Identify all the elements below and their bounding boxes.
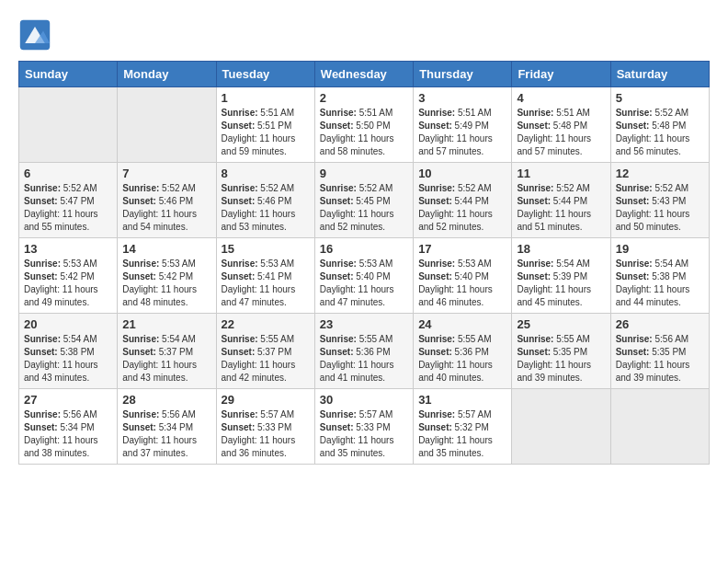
cell-content: Sunrise: 5:54 AMSunset: 5:38 PMDaylight:… [24, 333, 112, 385]
calendar-cell: 2Sunrise: 5:51 AMSunset: 5:50 PMDaylight… [314, 87, 413, 163]
daylight-label: Daylight: 11 hours and 50 minutes. [616, 209, 690, 232]
sunrise-label: Sunrise: 5:54 AM [517, 259, 589, 269]
calendar-row: 27Sunrise: 5:56 AMSunset: 5:34 PMDayligh… [19, 389, 710, 465]
cell-content: Sunrise: 5:51 AMSunset: 5:49 PMDaylight:… [418, 107, 506, 158]
daylight-label: Daylight: 11 hours and 36 minutes. [222, 435, 296, 458]
day-number: 21 [122, 317, 210, 331]
sunset-label: Sunset: 5:35 PM [517, 347, 587, 357]
sunset-label: Sunset: 5:34 PM [24, 422, 95, 432]
daylight-label: Daylight: 11 hours and 47 minutes. [222, 284, 296, 307]
sunrise-label: Sunrise: 5:52 AM [320, 183, 392, 193]
sunrise-label: Sunrise: 5:52 AM [418, 183, 491, 193]
daylight-label: Daylight: 11 hours and 42 minutes. [222, 360, 296, 383]
day-number: 6 [24, 167, 112, 180]
calendar-cell: 30Sunrise: 5:57 AMSunset: 5:33 PMDayligh… [314, 389, 413, 465]
logo-icon [18, 18, 51, 52]
sunrise-label: Sunrise: 5:53 AM [320, 259, 392, 269]
cell-content: Sunrise: 5:53 AMSunset: 5:42 PMDaylight:… [122, 258, 210, 309]
sunset-label: Sunset: 5:49 PM [418, 121, 489, 131]
daylight-label: Daylight: 11 hours and 35 minutes. [418, 435, 493, 458]
daylight-label: Daylight: 11 hours and 44 minutes. [616, 284, 690, 307]
sunrise-label: Sunrise: 5:55 AM [517, 334, 589, 344]
sunrise-label: Sunrise: 5:52 AM [24, 183, 97, 193]
calendar-row: 6Sunrise: 5:52 AMSunset: 5:47 PMDaylight… [19, 163, 710, 238]
sunset-label: Sunset: 5:41 PM [222, 271, 292, 282]
sunset-label: Sunset: 5:44 PM [418, 196, 489, 206]
day-number: 26 [616, 317, 704, 331]
cell-content: Sunrise: 5:52 AMSunset: 5:45 PMDaylight:… [320, 182, 408, 234]
sunrise-label: Sunrise: 5:52 AM [616, 183, 688, 193]
cell-content: Sunrise: 5:54 AMSunset: 5:37 PMDaylight:… [122, 333, 210, 385]
day-number: 28 [122, 393, 210, 407]
sunrise-label: Sunrise: 5:57 AM [320, 409, 392, 419]
day-number: 5 [616, 91, 704, 105]
sunset-label: Sunset: 5:36 PM [320, 347, 391, 357]
cell-content: Sunrise: 5:51 AMSunset: 5:50 PMDaylight:… [320, 107, 408, 158]
day-number: 19 [616, 242, 704, 256]
cell-content: Sunrise: 5:53 AMSunset: 5:42 PMDaylight:… [24, 258, 112, 309]
weekday-header: Thursday [414, 62, 512, 87]
day-number: 13 [24, 242, 112, 256]
daylight-label: Daylight: 11 hours and 48 minutes. [122, 284, 197, 307]
cell-content: Sunrise: 5:55 AMSunset: 5:35 PMDaylight:… [517, 333, 605, 385]
daylight-label: Daylight: 11 hours and 54 minutes. [122, 209, 197, 232]
sunrise-label: Sunrise: 5:54 AM [122, 334, 195, 344]
calendar-row: 13Sunrise: 5:53 AMSunset: 5:42 PMDayligh… [19, 238, 710, 314]
day-number: 14 [122, 242, 210, 256]
daylight-label: Daylight: 11 hours and 59 minutes. [222, 133, 296, 156]
daylight-label: Daylight: 11 hours and 46 minutes. [418, 284, 493, 307]
calendar-cell: 9Sunrise: 5:52 AMSunset: 5:45 PMDaylight… [314, 163, 413, 238]
sunset-label: Sunset: 5:33 PM [222, 422, 292, 432]
sunrise-label: Sunrise: 5:56 AM [616, 334, 688, 344]
sunset-label: Sunset: 5:42 PM [122, 271, 193, 282]
sunrise-label: Sunrise: 5:56 AM [122, 409, 195, 419]
sunrise-label: Sunrise: 5:55 AM [222, 334, 294, 344]
sunrise-label: Sunrise: 5:52 AM [122, 183, 195, 193]
daylight-label: Daylight: 11 hours and 57 minutes. [418, 133, 493, 156]
day-number: 7 [122, 167, 210, 180]
sunset-label: Sunset: 5:39 PM [517, 271, 587, 282]
day-number: 31 [418, 393, 506, 407]
day-number: 20 [24, 317, 112, 331]
day-number: 25 [517, 317, 605, 331]
day-number: 10 [418, 167, 506, 180]
sunrise-label: Sunrise: 5:52 AM [616, 108, 688, 118]
day-number: 4 [517, 91, 605, 105]
sunset-label: Sunset: 5:48 PM [616, 121, 687, 131]
sunset-label: Sunset: 5:32 PM [418, 422, 489, 432]
calendar-cell: 24Sunrise: 5:55 AMSunset: 5:36 PMDayligh… [414, 314, 512, 389]
calendar-cell: 4Sunrise: 5:51 AMSunset: 5:48 PMDaylight… [512, 87, 610, 163]
calendar-row: 1Sunrise: 5:51 AMSunset: 5:51 PMDaylight… [19, 87, 710, 163]
calendar-cell: 21Sunrise: 5:54 AMSunset: 5:37 PMDayligh… [118, 314, 216, 389]
daylight-label: Daylight: 11 hours and 37 minutes. [122, 435, 197, 458]
sunrise-label: Sunrise: 5:53 AM [222, 259, 294, 269]
sunset-label: Sunset: 5:38 PM [616, 271, 687, 282]
daylight-label: Daylight: 11 hours and 51 minutes. [517, 209, 591, 232]
calendar-cell: 14Sunrise: 5:53 AMSunset: 5:42 PMDayligh… [118, 238, 216, 314]
calendar-cell: 29Sunrise: 5:57 AMSunset: 5:33 PMDayligh… [216, 389, 314, 465]
day-number: 17 [418, 242, 506, 256]
daylight-label: Daylight: 11 hours and 43 minutes. [24, 360, 98, 383]
daylight-label: Daylight: 11 hours and 53 minutes. [222, 209, 296, 232]
daylight-label: Daylight: 11 hours and 52 minutes. [418, 209, 493, 232]
daylight-label: Daylight: 11 hours and 58 minutes. [320, 133, 394, 156]
calendar-cell [610, 389, 709, 465]
day-number: 29 [222, 393, 310, 407]
cell-content: Sunrise: 5:52 AMSunset: 5:48 PMDaylight:… [616, 107, 704, 158]
sunset-label: Sunset: 5:46 PM [222, 196, 292, 206]
cell-content: Sunrise: 5:53 AMSunset: 5:40 PMDaylight:… [320, 258, 408, 309]
logo [18, 18, 55, 52]
daylight-label: Daylight: 11 hours and 41 minutes. [320, 360, 394, 383]
day-number: 3 [418, 91, 506, 105]
day-number: 18 [517, 242, 605, 256]
daylight-label: Daylight: 11 hours and 43 minutes. [122, 360, 197, 383]
sunset-label: Sunset: 5:38 PM [24, 347, 95, 357]
cell-content: Sunrise: 5:51 AMSunset: 5:51 PMDaylight:… [222, 107, 310, 158]
cell-content: Sunrise: 5:57 AMSunset: 5:32 PMDaylight:… [418, 408, 506, 460]
cell-content: Sunrise: 5:57 AMSunset: 5:33 PMDaylight:… [222, 408, 310, 460]
cell-content: Sunrise: 5:56 AMSunset: 5:35 PMDaylight:… [616, 333, 704, 385]
calendar-cell: 5Sunrise: 5:52 AMSunset: 5:48 PMDaylight… [610, 87, 709, 163]
weekday-header: Saturday [610, 62, 709, 87]
daylight-label: Daylight: 11 hours and 39 minutes. [517, 360, 591, 383]
sunset-label: Sunset: 5:33 PM [320, 422, 391, 432]
